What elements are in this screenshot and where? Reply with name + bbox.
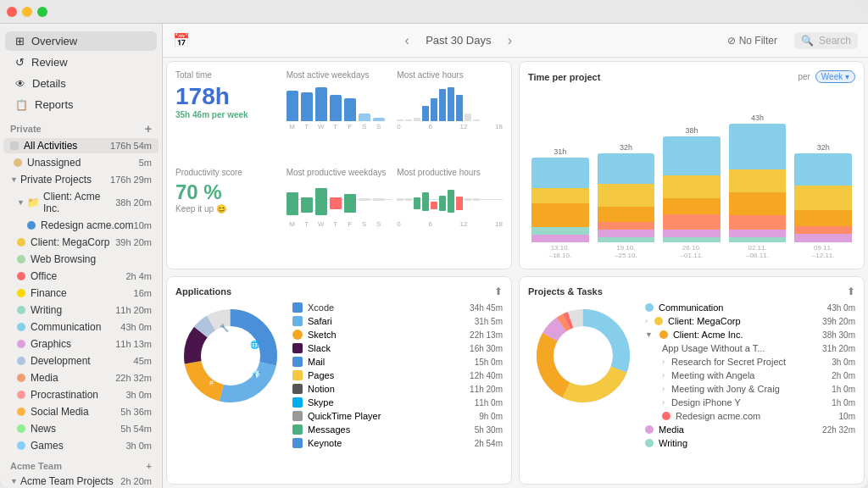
private-section-label: Private + — [0, 115, 162, 137]
add-private-icon[interactable]: + — [145, 122, 152, 136]
keep-label: Keep it up 😊 — [175, 204, 281, 214]
project-list: Communication43h 0m › Client: MegaCorp39… — [645, 301, 855, 475]
list-item[interactable]: ▼ 📁 Client: Acme Inc. 38h 20m — [3, 189, 159, 216]
proj-row[interactable]: Media22h 32m — [645, 423, 855, 436]
app-row[interactable]: Safari31h 5m — [292, 314, 503, 328]
list-item[interactable]: News 5h 54m — [3, 421, 159, 436]
list-item[interactable]: Media 22h 32m — [3, 370, 159, 385]
private-projects-item[interactable]: ▼ Private Projects 176h 29m — [3, 172, 159, 187]
stats-panel: Total time 178h 35h 46m per week Most ac… — [166, 61, 512, 269]
projects-donut-chart — [528, 301, 638, 475]
list-item[interactable]: Redesign acme.com 10m — [3, 218, 159, 233]
filter-label: No Filter — [739, 35, 777, 47]
app-row[interactable]: Notion11h 20m — [292, 382, 503, 396]
svg-text:🌐: 🌐 — [250, 340, 260, 350]
productivity-score: 70 % — [175, 180, 281, 204]
add-team-icon[interactable]: + — [147, 461, 152, 471]
total-time-label: Total time — [175, 70, 281, 80]
proj-row[interactable]: ▼ Client: Acme Inc.38h 30m — [645, 328, 855, 341]
app-row[interactable]: Xcode34h 45m — [292, 301, 503, 314]
svg-text:🔧: 🔧 — [220, 323, 230, 333]
reports-icon: 📋 — [15, 99, 28, 111]
week-badge: Week ▾ — [815, 70, 855, 83]
proj-row[interactable]: › Research for Secret Project3h 0m — [645, 355, 855, 369]
app-row[interactable]: Keynote2h 54m — [292, 436, 503, 450]
app-list: Xcode34h 45m Safari31h 5m Sketch22h 13m — [292, 301, 503, 475]
productive-weekdays-label: Most productive weekdays — [287, 168, 392, 177]
all-activities-item[interactable]: All Activities 176h 54m — [3, 138, 159, 153]
app-row[interactable]: Slack16h 30m — [292, 341, 503, 355]
list-item[interactable]: Development 45m — [3, 353, 159, 369]
list-item[interactable]: Finance 16m — [3, 286, 159, 301]
active-weekdays-label: Most active weekdays — [287, 70, 392, 80]
proj-row[interactable]: Writing — [645, 436, 855, 450]
active-hours-label: Most active hours — [397, 70, 503, 80]
chevron-down-icon: ▼ — [10, 477, 19, 485]
bar — [287, 91, 298, 121]
app-row[interactable]: Skype11h 0m — [292, 396, 503, 409]
list-item[interactable]: Client: MegaCorp 39h 20m — [3, 235, 159, 250]
search-box[interactable]: 🔍 Search — [794, 32, 858, 49]
list-item[interactable]: Procrastination 3h 0m — [3, 387, 159, 402]
chevron-down-icon: ▼ — [17, 198, 25, 207]
proj-row[interactable]: › Design iPhone Y1h 0m — [645, 396, 855, 409]
review-icon: ↺ — [15, 56, 25, 69]
export-icon[interactable]: ⬆ — [494, 286, 503, 297]
app-row[interactable]: Messages5h 30m — [292, 423, 503, 436]
acme-team-label: Acme Team + — [0, 454, 162, 473]
topbar: 📅 ‹ Past 30 Days › ⊘ No Filter 🔍 Search — [163, 24, 868, 58]
app-row[interactable]: Pages12h 40m — [292, 369, 503, 382]
window-controls — [7, 7, 47, 17]
maximize-button[interactable] — [37, 7, 47, 17]
proj-row[interactable]: › Client: MegaCorp39h 20m — [645, 314, 855, 328]
time-per-project-panel: Time per project per Week ▾ 31h — [519, 61, 865, 269]
productive-hours-label: Most productive hours — [397, 168, 503, 177]
sidebar: ⊞ Overview ↺ Review 👁 Details 📋 Reports … — [0, 24, 163, 488]
sidebar-item-reports[interactable]: 📋 Reports — [5, 95, 157, 114]
list-item[interactable]: Graphics 11h 13m — [3, 336, 159, 352]
proj-row[interactable]: › Meeting with Jony & Craig1h 0m — [645, 382, 855, 396]
list-item[interactable]: Games 3h 0m — [3, 438, 159, 453]
list-item[interactable]: Writing 11h 20m — [3, 302, 159, 318]
sidebar-item-review[interactable]: ↺ Review — [5, 53, 157, 72]
bar — [330, 95, 342, 122]
sidebar-item-overview[interactable]: ⊞ Overview — [5, 31, 157, 51]
list-item[interactable]: ▼ Acme Team Projects 2h 20m — [3, 474, 159, 488]
prev-period-button[interactable]: ‹ — [397, 30, 417, 51]
svg-text:💎: 💎 — [252, 369, 262, 380]
next-period-button[interactable]: › — [499, 30, 520, 51]
export-icon[interactable]: ⬆ — [847, 286, 855, 297]
bar — [373, 118, 385, 122]
per-label: per — [798, 72, 810, 81]
svg-point-18 — [562, 335, 604, 377]
minimize-button[interactable] — [22, 7, 32, 17]
close-button[interactable] — [7, 7, 17, 17]
calendar-icon[interactable]: 📅 — [173, 32, 190, 48]
app-row[interactable]: Mail15h 0m — [292, 355, 503, 369]
list-item[interactable]: Web Browsing — [3, 252, 159, 267]
list-item[interactable]: Communication 43h 0m — [3, 319, 159, 335]
app-row[interactable]: QuickTime Player9h 0m — [292, 409, 503, 423]
svg-point-10 — [209, 335, 252, 377]
filter-icon: ⊘ — [727, 35, 736, 47]
projects-tasks-panel: Projects & Tasks ⬆ — [519, 276, 865, 485]
sidebar-item-details[interactable]: 👁 Details — [5, 74, 157, 93]
bar — [344, 98, 356, 121]
proj-row[interactable]: Communication43h 0m — [645, 301, 855, 314]
list-item[interactable]: Office 2h 4m — [3, 269, 159, 284]
period-label: Past 30 Days — [426, 34, 491, 47]
app-row[interactable]: Sketch22h 13m — [292, 328, 503, 341]
eye-icon: 👁 — [15, 78, 25, 90]
proj-row[interactable]: Redesign acme.com10m — [645, 409, 855, 423]
bar — [301, 92, 313, 121]
search-icon: 🔍 — [801, 35, 814, 47]
list-item[interactable]: Social Media 5h 36m — [3, 404, 159, 419]
proj-row[interactable]: App Usage Without a T...31h 20m — [645, 341, 855, 355]
applications-label: Applications — [175, 286, 494, 297]
proj-row[interactable]: › Meeting with Angela2h 0m — [645, 369, 855, 382]
svg-text:#: # — [209, 379, 214, 387]
apps-donut-chart: 🔧 🌐 💎 # — [175, 301, 286, 475]
bar — [359, 114, 370, 121]
unassigned-item[interactable]: Unassigned 5m — [3, 155, 159, 170]
projects-tasks-label: Projects & Tasks — [528, 286, 847, 297]
